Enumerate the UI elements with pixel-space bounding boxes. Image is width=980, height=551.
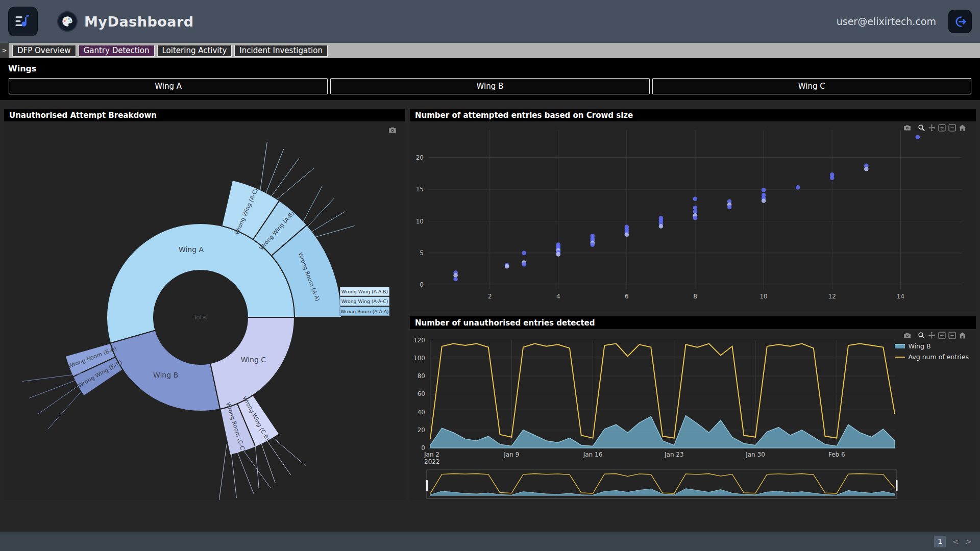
rangeslider-handle-right xyxy=(896,480,898,491)
sunburst-panel: Unauthorised Attempt Breakdown Wing AWin… xyxy=(4,109,405,500)
tab-gantry-detection[interactable]: Gantry Detection xyxy=(79,45,155,57)
legend-label: Avg num of entries xyxy=(909,353,969,361)
svg-text:2022: 2022 xyxy=(424,458,440,465)
wing-buttons: Wing AWing BWing C xyxy=(9,78,971,94)
svg-text:12: 12 xyxy=(828,293,836,300)
svg-text:0: 0 xyxy=(421,444,425,452)
svg-text:Wing B: Wing B xyxy=(153,371,178,379)
menu-button[interactable] xyxy=(8,7,38,36)
tab-bar: > DFP OverviewGantry DetectionLoitering … xyxy=(0,43,980,58)
svg-text:Feb 6: Feb 6 xyxy=(828,451,845,458)
pan-icon[interactable] xyxy=(927,331,936,340)
logout-button[interactable] xyxy=(948,10,972,33)
brand: MyDashboard xyxy=(57,11,194,32)
logout-icon xyxy=(953,15,967,29)
chart-legend: Wing BAvg num of entries xyxy=(895,342,969,364)
svg-text:4: 4 xyxy=(556,293,560,300)
legend-item-avg-num-of-entries[interactable]: Avg num of entries xyxy=(895,353,969,361)
timeseries-panel: Number of unauthorised entries detected … xyxy=(410,316,976,500)
tab-loitering-activity[interactable]: Loitering Activity xyxy=(157,45,232,57)
svg-text:Wrong Wing (A-A-C): Wrong Wing (A-A-C) xyxy=(341,298,388,304)
svg-text:Jan 2: Jan 2 xyxy=(424,451,439,458)
camera-icon[interactable] xyxy=(388,126,397,135)
svg-text:40: 40 xyxy=(418,409,425,416)
page-title: MyDashboard xyxy=(84,14,194,30)
svg-text:120: 120 xyxy=(413,337,425,344)
wing-button-wing-b[interactable]: Wing B xyxy=(330,78,649,94)
wings-section: Wings Wing AWing BWing C xyxy=(0,58,980,100)
svg-text:14: 14 xyxy=(897,293,904,300)
legend-swatch xyxy=(895,344,905,348)
tab-incident-investigation[interactable]: Incident Investigation xyxy=(234,45,328,57)
svg-text:10: 10 xyxy=(760,293,767,300)
next-page-button[interactable]: > xyxy=(965,537,972,546)
svg-text:20: 20 xyxy=(418,427,425,434)
timeseries-panel-title: Number of unauthorised entries detected xyxy=(410,316,976,329)
svg-text:Wrong Wing (A-A-B): Wrong Wing (A-A-B) xyxy=(341,289,388,294)
right-column: Number of attempted entries based on Cro… xyxy=(410,109,976,500)
top-bar: MyDashboard user@elixirtech.com xyxy=(0,0,980,43)
page-number[interactable]: 1 xyxy=(934,536,946,547)
svg-text:Wrong Room (A-A-A): Wrong Room (A-A-A) xyxy=(340,309,389,314)
palette-icon xyxy=(57,11,78,32)
scatter-chart[interactable]: 246810121405101520 xyxy=(410,121,976,312)
svg-text:Wing A: Wing A xyxy=(179,245,204,254)
scatter-panel-title: Number of attempted entries based on Cro… xyxy=(410,109,976,121)
svg-text:2: 2 xyxy=(488,293,492,300)
svg-text:6: 6 xyxy=(625,293,629,300)
timeseries-chart[interactable]: 020406080100120Jan 22022Jan 9Jan 16Jan 2… xyxy=(410,329,976,500)
timeseries-chart-toolbar xyxy=(903,331,967,340)
main-content: Unauthorised Attempt Breakdown Wing AWin… xyxy=(0,100,980,500)
svg-text:Total: Total xyxy=(193,314,208,321)
wings-label: Wings xyxy=(0,61,980,78)
zoom-out-icon[interactable] xyxy=(948,331,957,340)
tab-scroll-chevron-icon[interactable]: > xyxy=(0,43,9,58)
home-icon[interactable] xyxy=(958,123,967,132)
wing-button-wing-a[interactable]: Wing A xyxy=(9,78,328,94)
sunburst-chart[interactable]: Wing AWing BWing CWrong Wing (A-C)Wrong … xyxy=(4,121,405,500)
pan-icon[interactable] xyxy=(927,123,936,132)
svg-text:100: 100 xyxy=(413,355,425,362)
tab-dfp-overview[interactable]: DFP Overview xyxy=(12,45,76,57)
home-icon[interactable] xyxy=(958,331,967,340)
svg-text:80: 80 xyxy=(418,372,425,380)
scatter-chart-toolbar xyxy=(903,123,967,132)
svg-text:10: 10 xyxy=(416,218,424,225)
zoom-out-icon[interactable] xyxy=(948,123,957,132)
rangeslider-handle-left xyxy=(426,480,428,491)
zoom-icon[interactable] xyxy=(917,123,926,132)
legend-swatch xyxy=(895,357,905,358)
tabs: DFP OverviewGantry DetectionLoitering Ac… xyxy=(12,45,328,57)
bottom-bar: 1 < > xyxy=(0,532,980,551)
svg-text:20: 20 xyxy=(416,154,424,161)
svg-text:5: 5 xyxy=(420,249,424,257)
zoom-icon[interactable] xyxy=(917,331,926,340)
scatter-panel: Number of attempted entries based on Cro… xyxy=(410,109,976,312)
svg-text:Jan 9: Jan 9 xyxy=(503,451,519,458)
sunburst-panel-title: Unauthorised Attempt Breakdown xyxy=(4,109,405,121)
zoom-in-icon[interactable] xyxy=(938,123,946,132)
svg-text:60: 60 xyxy=(418,390,425,397)
svg-text:Jan 23: Jan 23 xyxy=(664,451,684,458)
svg-text:0: 0 xyxy=(420,281,424,288)
spacer xyxy=(0,500,980,532)
app-logo-icon xyxy=(14,12,32,31)
svg-text:Jan 16: Jan 16 xyxy=(583,451,603,458)
svg-text:8: 8 xyxy=(693,293,697,300)
zoom-in-icon[interactable] xyxy=(938,331,946,340)
legend-item-wing-b[interactable]: Wing B xyxy=(895,342,969,350)
camera-icon[interactable] xyxy=(903,123,912,132)
svg-text:15: 15 xyxy=(416,186,424,193)
prev-page-button[interactable]: < xyxy=(952,537,959,546)
svg-text:Jan 30: Jan 30 xyxy=(745,451,765,458)
user-email: user@elixirtech.com xyxy=(837,16,936,27)
wing-button-wing-c[interactable]: Wing C xyxy=(652,78,971,94)
camera-icon[interactable] xyxy=(903,331,912,340)
svg-text:Wing C: Wing C xyxy=(241,356,266,364)
legend-label: Wing B xyxy=(909,342,931,350)
